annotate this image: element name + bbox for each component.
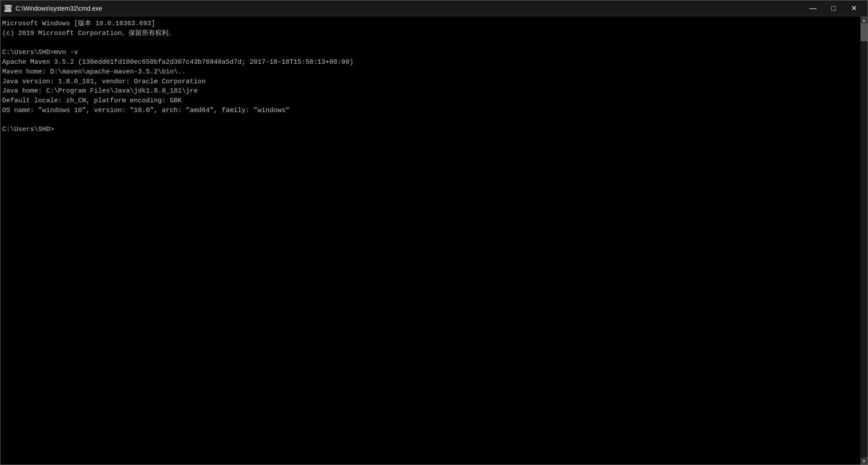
cmd-window: C:\ C:\Windows\system32\cmd.exe — □ ✕ Mi…	[0, 0, 868, 465]
terminal-body[interactable]: Microsoft Windows [版本 10.0.18363.693] (c…	[0, 16, 868, 465]
title-bar: C:\ C:\Windows\system32\cmd.exe — □ ✕	[0, 0, 868, 16]
scrollbar[interactable]: ▲ ▼	[860, 16, 868, 465]
scrollbar-down[interactable]: ▼	[860, 457, 868, 465]
window-title: C:\Windows\system32\cmd.exe	[16, 5, 803, 12]
maximize-button[interactable]: □	[823, 0, 844, 16]
window-icon: C:\	[4, 4, 12, 12]
terminal-output: Microsoft Windows [版本 10.0.18363.693] (c…	[2, 19, 866, 135]
minimize-button[interactable]: —	[803, 0, 823, 16]
close-button[interactable]: ✕	[844, 0, 864, 16]
cmd-icon: C:\	[4, 5, 12, 12]
window-controls: — □ ✕	[803, 0, 864, 16]
scrollbar-thumb[interactable]	[860, 23, 868, 41]
scrollbar-up[interactable]: ▲	[860, 16, 868, 23]
